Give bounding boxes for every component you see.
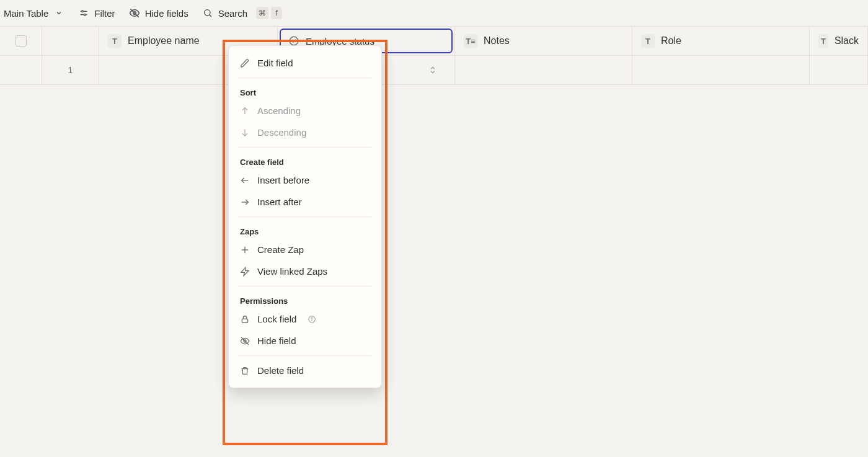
menu-sort-ascending[interactable]: Ascending (229, 100, 381, 122)
menu-edit-field[interactable]: Edit field (229, 52, 381, 74)
arrow-left-icon (240, 175, 250, 185)
menu-item-label: Hide field (257, 335, 296, 346)
column-label: Employee name (128, 35, 200, 47)
pencil-icon (240, 58, 250, 68)
menu-item-label: Edit field (257, 58, 293, 68)
menu-divider (237, 355, 373, 356)
column-label: Employee status (306, 36, 374, 47)
menu-item-label: Insert before (257, 175, 309, 185)
arrow-down-icon (240, 128, 250, 138)
menu-item-label: View linked Zaps (257, 266, 327, 277)
table-header-row: T Employee name Employee status T≡ Notes… (0, 27, 868, 56)
menu-view-zaps[interactable]: View linked Zaps (229, 260, 381, 282)
menu-item-label: Create Zap (257, 244, 304, 255)
text-type-icon: T (818, 34, 828, 48)
plus-icon (240, 245, 250, 255)
svg-rect-16 (242, 319, 247, 322)
svg-point-8 (290, 37, 298, 45)
column-label: Notes (484, 35, 510, 47)
menu-divider (237, 147, 373, 148)
search-shortcut: ⌘ f (256, 7, 282, 19)
svg-point-6 (204, 10, 210, 16)
row-select-cell[interactable] (0, 56, 42, 84)
lock-icon (240, 314, 250, 324)
svg-marker-15 (241, 267, 249, 275)
info-icon (308, 315, 316, 324)
svg-point-2 (82, 11, 84, 12)
cell-role[interactable] (632, 56, 810, 84)
text-type-icon: T (641, 34, 655, 48)
eye-off-icon (240, 336, 250, 346)
menu-sort-descending[interactable]: Descending (229, 122, 381, 143)
column-context-menu: Edit field Sort Ascending Descending Cre… (228, 45, 382, 388)
arrow-right-icon (240, 197, 250, 207)
chevron-down-icon (53, 7, 64, 19)
filter-button[interactable]: Filter (78, 7, 115, 19)
column-header-slack[interactable]: T Slack (810, 27, 868, 55)
search-button[interactable]: Search ⌘ f (202, 7, 283, 19)
column-header-role[interactable]: T Role (632, 27, 810, 55)
svg-point-19 (312, 317, 312, 318)
view-switcher[interactable]: Main Table (4, 7, 64, 19)
menu-section-create: Create field (229, 151, 381, 169)
menu-section-sort: Sort (229, 82, 381, 100)
menu-lock-field[interactable]: Lock field (229, 308, 381, 330)
trash-icon (240, 366, 250, 376)
menu-item-label: Ascending (257, 105, 301, 116)
menu-insert-after[interactable]: Insert after (229, 191, 381, 213)
column-label: Slack (835, 35, 859, 47)
hide-fields-button[interactable]: Hide fields (129, 7, 188, 19)
checkbox-icon (16, 35, 27, 47)
column-header-notes[interactable]: T≡ Notes (455, 27, 632, 55)
bolt-icon (240, 267, 250, 277)
row-number-header (42, 27, 99, 55)
expand-select-icon[interactable] (428, 64, 437, 76)
column-label: Role (661, 35, 681, 47)
search-icon (202, 7, 213, 19)
long-text-type-icon: T≡ (464, 34, 477, 48)
menu-item-label: Lock field (257, 314, 296, 324)
row-number: 1 (68, 65, 73, 75)
filter-icon (78, 7, 89, 19)
filter-label: Filter (94, 8, 115, 19)
eye-off-icon (129, 7, 140, 19)
svg-line-7 (209, 15, 211, 17)
menu-divider (237, 216, 373, 217)
kbd-f: f (271, 7, 282, 19)
menu-create-zap[interactable]: Create Zap (229, 239, 381, 260)
menu-section-permissions: Permissions (229, 290, 381, 308)
cell-notes[interactable] (455, 56, 632, 84)
menu-section-zaps: Zaps (229, 221, 381, 239)
menu-item-label: Insert after (257, 197, 302, 207)
hide-fields-label: Hide fields (145, 8, 188, 19)
search-label: Search (218, 8, 248, 19)
cell-slack[interactable] (810, 56, 868, 84)
menu-insert-before[interactable]: Insert before (229, 169, 381, 191)
menu-item-label: Delete field (257, 365, 304, 376)
svg-point-3 (84, 14, 86, 16)
table-row: 1 (0, 56, 868, 84)
menu-divider (237, 78, 373, 78)
text-type-icon: T (108, 34, 122, 48)
data-table: T Employee name Employee status T≡ Notes… (0, 26, 868, 85)
menu-hide-field[interactable]: Hide field (229, 330, 381, 352)
arrow-up-icon (240, 106, 250, 116)
menu-delete-field[interactable]: Delete field (229, 360, 381, 381)
select-all-cell[interactable] (0, 27, 42, 55)
row-number-cell: 1 (42, 56, 99, 84)
toolbar: Main Table Filter Hide fields Search ⌘ f (0, 0, 868, 26)
kbd-cmd: ⌘ (256, 7, 268, 19)
menu-item-label: Descending (257, 127, 306, 138)
menu-divider (237, 286, 373, 286)
view-name: Main Table (4, 8, 48, 19)
